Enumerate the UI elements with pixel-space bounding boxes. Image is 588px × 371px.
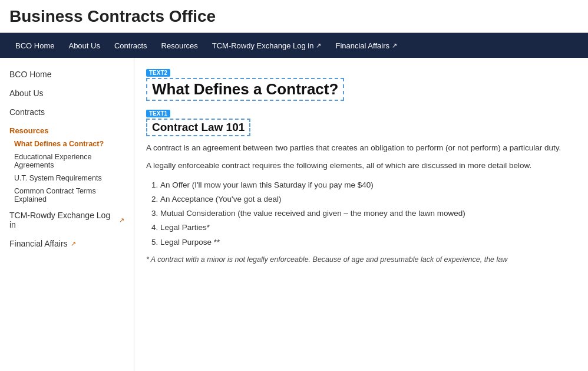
list-item-1: An Offer (I'll mow your lawn this Saturd… xyxy=(160,178,576,192)
badge-text2: TEXT2 xyxy=(146,69,170,77)
list-item-5: Legal Purpose ** xyxy=(160,235,576,249)
sidebar-resources-label: Resources xyxy=(0,122,134,137)
sidebar-sub-what-defines[interactable]: What Defines a Contract? xyxy=(0,137,134,150)
content-para-2: A legally enforceable contract requires … xyxy=(146,160,576,172)
sidebar-item-about-us[interactable]: About Us xyxy=(0,84,134,103)
sidebar-sub-ut-system[interactable]: U.T. System Requirements xyxy=(0,172,134,185)
list-item-2: An Acceptance (You've got a deal) xyxy=(160,192,576,206)
sidebar-financial-affairs[interactable]: Financial Affairs ↗ xyxy=(0,234,134,253)
page-heading: What Defines a Contract? xyxy=(152,80,338,99)
list-item-4: Legal Parties* xyxy=(160,221,576,235)
list-item-3: Mutual Consideration (the value received… xyxy=(160,206,576,221)
external-link-icon-2: ↗ xyxy=(392,42,397,50)
content-footnote: * A contract with a minor is not legally… xyxy=(146,255,576,264)
contract-elements-list: An Offer (I'll mow your lawn this Saturd… xyxy=(160,178,576,249)
nav-bco-home[interactable]: BCO Home xyxy=(9,37,60,55)
badge-text2-wrapper: TEXT2 xyxy=(146,67,576,78)
main-layout: BCO Home About Us Contracts Resources Wh… xyxy=(0,58,588,371)
nav-about-us[interactable]: About Us xyxy=(62,37,105,55)
site-title: Business Contracts Office xyxy=(9,7,216,25)
sidebar: BCO Home About Us Contracts Resources Wh… xyxy=(0,58,134,371)
subheading: Contract Law 101 xyxy=(152,121,245,134)
ext-icon-financial: ↗ xyxy=(71,240,76,248)
sidebar-item-bco-home[interactable]: BCO Home xyxy=(0,65,134,84)
sidebar-sub-common-terms[interactable]: Common Contract Terms Explained xyxy=(0,185,134,206)
nav-tcm-exchange[interactable]: TCM-Rowdy Exchange Log in ↗ xyxy=(206,37,328,55)
page-heading-wrapper: What Defines a Contract? xyxy=(146,78,344,101)
ext-icon-tcm: ↗ xyxy=(119,216,124,224)
nav-resources[interactable]: Resources xyxy=(156,37,204,55)
content-para-1: A contract is an agreement between two p… xyxy=(146,142,576,154)
subheading-wrapper: Contract Law 101 xyxy=(146,119,250,136)
badge-text1: TEXT1 xyxy=(146,110,170,117)
external-link-icon: ↗ xyxy=(316,42,321,50)
nav-financial-affairs[interactable]: Financial Affairs ↗ xyxy=(329,37,403,55)
sidebar-tcm-exchange[interactable]: TCM-Rowdy Exchange Log in ↗ xyxy=(0,206,134,234)
site-header: Business Contracts Office xyxy=(0,0,588,33)
badge-text1-wrapper: TEXT1 xyxy=(146,108,576,119)
nav-contracts[interactable]: Contracts xyxy=(108,37,153,55)
content-area: TEXT2 What Defines a Contract? TEXT1 Con… xyxy=(134,58,588,371)
sidebar-sub-educational[interactable]: Educational Experience Agreements xyxy=(0,150,134,172)
sidebar-item-contracts[interactable]: Contracts xyxy=(0,103,134,122)
navbar: BCO Home About Us Contracts Resources TC… xyxy=(0,33,588,58)
